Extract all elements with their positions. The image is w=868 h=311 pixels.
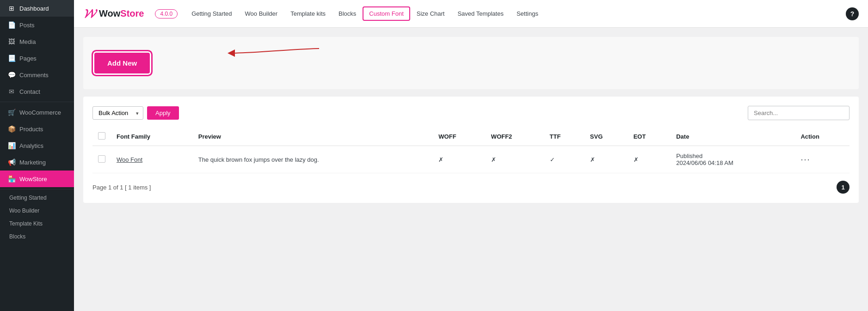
page-content: Add New Bulk Action (74, 28, 868, 311)
col-svg: SVG (585, 128, 628, 146)
pagination-row: Page 1 of 1 [ 1 items ] 1 (92, 181, 850, 194)
col-action: Action (795, 128, 850, 146)
row-select-checkbox[interactable] (98, 155, 105, 163)
brand-logo: 𝓦 (83, 6, 95, 21)
row-woff: ✗ (433, 146, 486, 173)
col-woff: WOFF (433, 128, 486, 146)
nav-woo-builder[interactable]: Woo Builder (239, 0, 284, 28)
products-icon: 📦 (7, 125, 16, 133)
table-header-row: Font Family Preview WOFF WOFF2 TTF SVG E… (92, 128, 850, 146)
row-font-family: Woo Font (111, 146, 193, 173)
dashboard-icon: ⊞ (7, 5, 16, 12)
table-toolbar: Bulk Action Apply (92, 106, 850, 120)
nav-blocks[interactable]: Blocks (332, 0, 363, 28)
nav-settings[interactable]: Settings (510, 0, 545, 28)
nav-template-kits[interactable]: Template kits (284, 0, 332, 28)
sidebar-item-woocommerce[interactable]: 🛒 WooCommerce (0, 104, 74, 121)
sidebar-item-products[interactable]: 📦 Products (0, 121, 74, 137)
add-new-section: Add New (83, 37, 859, 89)
comments-icon: 💬 (7, 71, 16, 79)
sidebar-item-contact[interactable]: ✉ Contact (0, 83, 74, 100)
media-icon: 🖼 (7, 38, 16, 45)
row-svg: ✗ (585, 146, 628, 173)
nav-custom-font[interactable]: Custom Font (363, 6, 410, 21)
sidebar-item-posts[interactable]: 📄 Posts (0, 17, 74, 33)
row-action: ··· (795, 146, 850, 173)
sidebar-sub-item-blocks[interactable]: Blocks (0, 230, 74, 243)
sidebar-item-pages[interactable]: 📃 Pages (0, 50, 74, 67)
col-font-family: Font Family (111, 128, 193, 146)
nav-getting-started[interactable]: Getting Started (185, 0, 238, 28)
col-date: Date (671, 128, 795, 146)
sidebar-item-wowstore[interactable]: 🏪 WowStore (0, 171, 74, 187)
row-ttf: ✓ (544, 146, 585, 173)
bulk-action-select[interactable]: Bulk Action (92, 106, 143, 120)
sidebar-sub-item-woo-builder[interactable]: Woo Builder (0, 204, 74, 217)
sidebar-sub-item-template-kits[interactable]: Template Kits (0, 217, 74, 230)
wowstore-icon: 🏪 (7, 175, 16, 183)
col-woff2: WOFF2 (486, 128, 544, 146)
action-menu-button[interactable]: ··· (800, 155, 810, 164)
add-new-button[interactable]: Add New (94, 53, 150, 73)
nav-size-chart[interactable]: Size Chart (410, 0, 451, 28)
font-family-link[interactable]: Woo Font (117, 156, 142, 163)
sidebar-item-analytics[interactable]: 📊 Analytics (0, 137, 74, 154)
sidebar-item-marketing[interactable]: 📢 Marketing (0, 154, 74, 171)
col-checkbox (92, 128, 111, 146)
contact-icon: ✉ (7, 88, 16, 95)
brand: 𝓦 WowStore (83, 6, 144, 21)
table-section: Bulk Action Apply Font Family Preview WO… (83, 97, 859, 203)
select-all-checkbox[interactable] (98, 132, 105, 140)
row-preview: The quick brown fox jumps over the lazy … (193, 146, 433, 173)
row-checkbox (92, 146, 111, 173)
marketing-icon: 📢 (7, 159, 16, 166)
sidebar: ⊞ Dashboard 📄 Posts 🖼 Media 📃 Pages 💬 Co… (0, 0, 74, 311)
font-table: Font Family Preview WOFF WOFF2 TTF SVG E… (92, 128, 850, 173)
row-eot: ✗ (628, 146, 671, 173)
pagination-text: Page 1 of 1 [ 1 items ] (92, 184, 151, 191)
col-preview: Preview (193, 128, 433, 146)
sidebar-item-comments[interactable]: 💬 Comments (0, 67, 74, 83)
table-row: Woo Font The quick brown fox jumps over … (92, 146, 850, 173)
row-woff2: ✗ (486, 146, 544, 173)
col-eot: EOT (628, 128, 671, 146)
col-ttf: TTF (544, 128, 585, 146)
woocommerce-icon: 🛒 (7, 109, 16, 116)
search-input[interactable] (748, 106, 850, 120)
sidebar-sub-item-getting-started[interactable]: Getting Started (0, 191, 74, 204)
posts-icon: 📄 (7, 21, 16, 29)
brand-name: WowStore (99, 8, 144, 19)
row-date: Published2024/06/06 04:18 AM (671, 146, 795, 173)
top-navigation: 𝓦 WowStore 4.0.0 Getting Started Woo Bui… (74, 0, 868, 28)
apply-button[interactable]: Apply (147, 106, 179, 120)
sidebar-item-media[interactable]: 🖼 Media (0, 33, 74, 50)
pages-icon: 📃 (7, 55, 16, 62)
nav-links: Getting Started Woo Builder Template kit… (185, 0, 846, 28)
main-content: 𝓦 WowStore 4.0.0 Getting Started Woo Bui… (74, 0, 868, 311)
bulk-action-wrapper: Bulk Action (92, 106, 143, 120)
sidebar-item-dashboard[interactable]: ⊞ Dashboard (0, 0, 74, 17)
pagination-badge[interactable]: 1 (837, 181, 850, 194)
arrow-annotation (227, 39, 328, 67)
help-button[interactable]: ? (846, 7, 859, 20)
analytics-icon: 📊 (7, 142, 16, 149)
version-badge: 4.0.0 (155, 9, 178, 18)
nav-saved-templates[interactable]: Saved Templates (451, 0, 510, 28)
